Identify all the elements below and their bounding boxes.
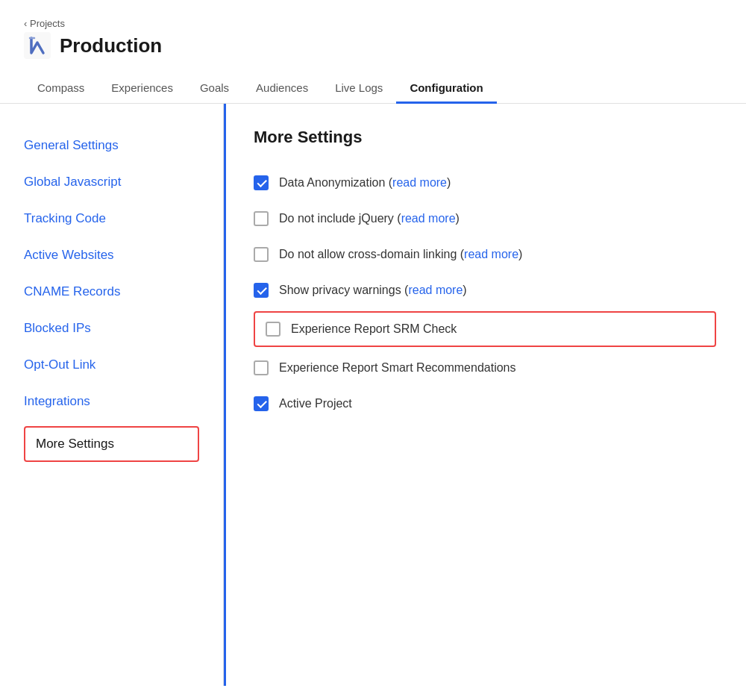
sidebar-item-global-javascript[interactable]: Global Javascript [24,164,199,201]
breadcrumb: ‹ Projects [24,18,722,29]
checkbox-active-project[interactable] [254,396,269,411]
checkbox-label-privacy-warnings: Show privacy warnings (read more) [279,284,467,297]
paren-open-no-cross-domain: ( [457,248,464,260]
sidebar-item-cname-records[interactable]: CNAME Records [24,274,199,310]
checkbox-label-no-cross-domain: Do not allow cross-domain linking (read … [279,248,522,261]
sidebar-item-opt-out-link[interactable]: Opt-Out Link [24,347,199,384]
sidebar-item-blocked-ips[interactable]: Blocked IPs [24,310,199,347]
project-name: Production [60,34,162,57]
tab-live-logs[interactable]: Live Logs [322,74,396,104]
read-more-link-no-jquery[interactable]: read more [401,212,456,225]
checkbox-srm-check[interactable] [266,322,280,337]
blue-vertical-line [224,104,226,686]
checkbox-no-cross-domain[interactable] [254,247,269,262]
svg-rect-0 [24,32,51,59]
paren-open-privacy-warnings: ( [401,284,409,296]
tab-goals[interactable]: Goals [186,74,242,104]
sidebar-item-general-settings[interactable]: General Settings [24,128,199,164]
tab-compass[interactable]: Compass [24,74,98,104]
breadcrumb-link[interactable]: Projects [30,18,65,29]
checkbox-data-anonymization[interactable] [254,175,269,190]
checkbox-label-srm-check: Experience Report SRM Check [291,322,457,336]
paren-open-data-anonymization: ( [385,176,392,189]
paren-close-no-jquery: ) [456,212,460,225]
checkbox-smart-recommendations[interactable] [254,360,269,375]
read-more-link-data-anonymization[interactable]: read more [392,176,447,189]
checkbox-item-privacy-warnings: Show privacy warnings (read more) [254,272,716,308]
sidebar: General SettingsGlobal JavascriptTrackin… [0,104,224,686]
checkbox-item-no-cross-domain: Do not allow cross-domain linking (read … [254,237,716,272]
paren-close-privacy-warnings: ) [463,284,466,296]
tab-configuration[interactable]: Configuration [396,74,496,104]
content-area: More Settings Data Anonymization (read m… [224,104,746,686]
sidebar-item-active-websites[interactable]: Active Websites [24,237,199,274]
content-title: More Settings [254,128,716,147]
paren-close-data-anonymization: ) [447,176,451,189]
checkbox-label-data-anonymization: Data Anonymization (read more) [279,176,451,190]
nav-tabs: CompassExperiencesGoalsAudiencesLive Log… [24,74,722,103]
checkbox-label-active-project: Active Project [279,397,352,410]
header: ‹ Projects Production CompassExperiences… [0,0,746,104]
checkbox-item-data-anonymization: Data Anonymization (read more) [254,165,716,201]
checkbox-privacy-warnings[interactable] [254,283,269,298]
tab-audiences[interactable]: Audiences [242,74,322,104]
checkbox-item-smart-recommendations: Experience Report Smart Recommendations [254,350,716,386]
tab-experiences[interactable]: Experiences [98,74,186,104]
main-content: General SettingsGlobal JavascriptTrackin… [0,104,746,686]
paren-close-no-cross-domain: ) [518,248,522,260]
checkbox-item-no-jquery: Do not include jQuery (read more) [254,201,716,237]
sidebar-item-more-settings[interactable]: More Settings [24,426,199,462]
checkbox-label-smart-recommendations: Experience Report Smart Recommendations [279,361,515,375]
read-more-link-privacy-warnings[interactable]: read more [408,284,463,296]
project-title-row: Production [24,32,722,59]
checkbox-item-srm-check: Experience Report SRM Check [254,311,716,347]
breadcrumb-arrow: ‹ [24,18,27,29]
sidebar-item-integrations[interactable]: Integrations [24,384,199,420]
paren-open-no-jquery: ( [394,212,401,225]
checkbox-item-active-project: Active Project [254,386,716,422]
read-more-link-no-cross-domain[interactable]: read more [464,248,518,260]
checkbox-label-no-jquery: Do not include jQuery (read more) [279,212,460,225]
sidebar-item-tracking-code[interactable]: Tracking Code [24,201,199,237]
app-logo-icon [24,32,51,59]
checkbox-no-jquery[interactable] [254,211,269,226]
checkbox-list: Data Anonymization (read more)Do not inc… [254,165,716,422]
